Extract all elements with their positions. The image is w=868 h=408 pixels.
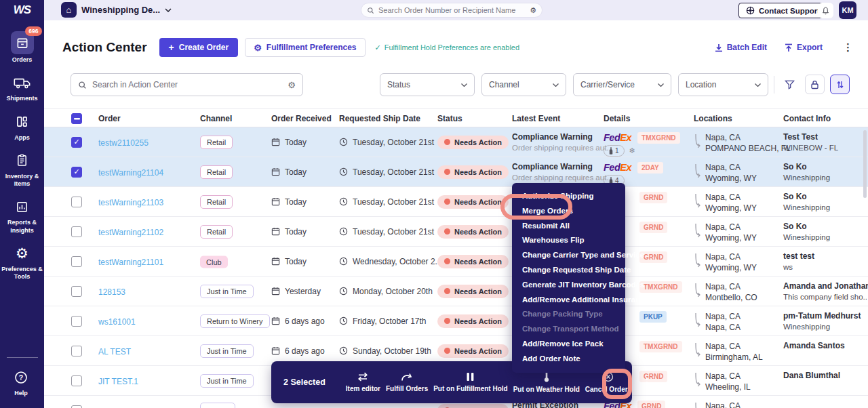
menu-item-warehouses-flip[interactable]: Warehouses Flip <box>512 233 625 248</box>
channel-cell: Retail <box>200 136 233 149</box>
table-scrollbar[interactable] <box>863 130 867 198</box>
location-to: Wyoming, WY <box>705 203 757 214</box>
search-settings-icon[interactable]: ⚙ <box>530 6 536 15</box>
order-link[interactable]: 128153 <box>98 287 125 297</box>
select-all-checkbox[interactable] <box>71 113 82 124</box>
bar-action-put-on-weather-hold[interactable]: Put on Weather Hold <box>511 371 583 393</box>
order-link[interactable]: testWarning21102 <box>98 228 163 237</box>
batch-edit-button[interactable]: Batch Edit <box>715 43 767 52</box>
sidebar-item-reports-insights[interactable]: Reports & Insights <box>1 197 43 234</box>
clock-icon <box>339 257 348 266</box>
life-ring-icon <box>746 6 755 15</box>
locations-cell: Napa, CAPOMPANO BEACH, FL <box>694 133 791 154</box>
export-button[interactable]: Export <box>785 43 823 52</box>
sidebar-item-preferences-tools[interactable]: ⚙Preferences & Tools <box>1 243 43 281</box>
action-center-search-input[interactable] <box>92 80 282 89</box>
menu-item-add-remove-additional-insurance[interactable]: Add/Remove Additional Insurance <box>512 293 625 308</box>
status-dot-icon <box>444 169 450 175</box>
sidebar-item-apps[interactable]: Apps <box>1 112 43 142</box>
search-settings-icon[interactable]: ⚙ <box>288 80 296 90</box>
global-search-input[interactable] <box>378 6 526 14</box>
status-dot-icon <box>444 258 450 264</box>
sidebar-item-orders[interactable]: 696Orders <box>1 31 43 64</box>
ship-date-cell: Sunday, October 19th <box>339 346 431 356</box>
filter-location[interactable]: Location <box>678 73 768 96</box>
order-received-value: 6 days ago <box>285 346 325 356</box>
bar-action-item-editor[interactable]: Item editor <box>343 372 383 392</box>
grid-icon <box>16 115 28 128</box>
row-checkbox[interactable] <box>71 346 82 356</box>
filter-funnel-button[interactable] <box>780 75 800 94</box>
clock-icon <box>339 287 348 295</box>
column-header-requested-ship-date: Requested Ship Date <box>339 114 420 123</box>
location-from: Napa, CA <box>705 252 757 263</box>
sort-button[interactable] <box>830 75 850 94</box>
contact-support-button[interactable]: Contact Support <box>738 3 827 18</box>
order-link[interactable]: testWarning21101 <box>98 258 163 267</box>
sidebar-item-help[interactable]: ?Help <box>0 367 42 397</box>
bar-action-fulfill-orders[interactable]: Fulfill Orders <box>383 373 431 392</box>
row-checkbox[interactable] <box>71 256 82 267</box>
bar-action-cancel-orders[interactable]: Cancel Orders <box>583 371 634 393</box>
order-link[interactable]: testWarning21104 <box>98 168 163 178</box>
notifications-button[interactable] <box>818 3 833 18</box>
order-received-value: Yesterday <box>285 287 321 296</box>
row-checkbox[interactable] <box>71 405 82 408</box>
workspace-selector[interactable]: ⌂ Wineshipping De... <box>61 2 172 18</box>
order-received-cell: Today <box>271 257 307 266</box>
filter-channel[interactable]: Channel <box>481 73 566 96</box>
menu-item-change-carrier-type-and-service[interactable]: Change Carrier Type and Service <box>512 248 625 263</box>
row-checkbox[interactable] <box>71 316 82 327</box>
menu-item-add-remove-ice-pack[interactable]: Add/Remove Ice Pack <box>512 337 625 352</box>
sidebar-item-shipments[interactable]: Shipments <box>1 73 43 102</box>
row-checkbox[interactable] <box>71 375 82 386</box>
create-order-button[interactable]: + Create Order <box>159 38 239 57</box>
service-chip: GRND <box>637 401 665 408</box>
order-link[interactable]: ws161001 <box>98 317 136 327</box>
order-link[interactable]: testw2110255 <box>98 138 149 148</box>
row-checkbox[interactable]: ✓ <box>71 167 82 178</box>
row-checkbox[interactable] <box>71 286 82 297</box>
row-checkbox[interactable] <box>71 197 82 207</box>
service-chip: TMXGRND <box>639 281 682 293</box>
order-link[interactable]: AL TEST <box>98 347 131 356</box>
filter-carrier-service[interactable]: Carrier/Service <box>573 73 671 96</box>
user-avatar[interactable]: KM <box>839 1 856 19</box>
ship-date-cell: Monday, October 20th <box>339 287 433 296</box>
route-arrow-icon <box>694 133 701 154</box>
route-arrow-icon <box>694 163 701 184</box>
fulfillment-hold-notice-label: Fulfillment Hold Preferences are enabled <box>384 43 519 52</box>
row-checkbox[interactable] <box>71 226 82 237</box>
filter-status[interactable]: Status <box>380 73 475 96</box>
menu-item-change-requested-ship-date[interactable]: Change Requested Ship Date <box>512 263 625 278</box>
order-id-cell: testWarning21101 <box>98 256 163 268</box>
route-arrow-icon <box>694 282 701 303</box>
menu-item-add-order-note[interactable]: Add Order Note <box>512 352 625 367</box>
locations-cell: Napa, CAWheeling, IL <box>694 371 751 392</box>
route-arrow-icon <box>694 192 701 213</box>
contact-subtitle: ws <box>783 262 814 272</box>
menu-item-merge-orders[interactable]: Merge Orders <box>512 204 625 219</box>
menu-item-generate-jit-inventory-barcodes[interactable]: Generate JIT Inventory Barcodes <box>512 278 625 293</box>
menu-item-authorize-shipping[interactable]: Authorize Shipping <box>512 189 625 204</box>
status-cell: Needs Action <box>437 404 509 408</box>
global-search: ⚙ <box>361 3 542 18</box>
status-badge: Needs Action <box>437 225 509 239</box>
bar-action-put-on-fulfillment-hold[interactable]: Put on Fulfillment Hold <box>431 372 510 392</box>
order-link[interactable]: testWarning21103 <box>98 198 163 207</box>
fulfillment-preferences-button[interactable]: ⚙ Fulfillment Preferences <box>245 38 365 57</box>
channel-chip: Retail <box>200 225 233 239</box>
table-row: ✓testw2110255RetailTodayTuesday, October… <box>44 127 868 157</box>
order-link[interactable]: JIT TEST.1 <box>98 377 138 386</box>
filter-label: Status <box>387 80 410 89</box>
lock-columns-button[interactable] <box>805 75 825 94</box>
status-badge: Needs Action <box>437 404 509 408</box>
header-more-actions-button[interactable]: ⋮ <box>840 41 856 54</box>
menu-item-resubmit-all[interactable]: Resubmit All <box>512 219 625 234</box>
order-received-cell: 6 days ago <box>271 346 325 356</box>
sidebar-item-inventory-items[interactable]: Inventory & Items <box>1 150 43 188</box>
row-checkbox[interactable]: ✓ <box>71 137 82 148</box>
table-row: ws161001Return to Winery6 days agoFriday… <box>44 306 868 336</box>
bar-more-actions-button[interactable]: ⋮ <box>634 373 659 392</box>
sidebar-item-label: Inventory & Items <box>1 173 43 188</box>
